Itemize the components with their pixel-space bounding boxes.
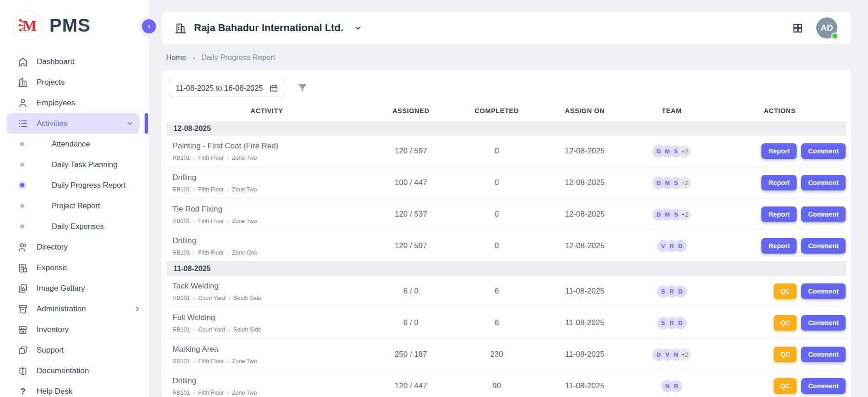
team-member-avatar[interactable]: D (674, 317, 687, 329)
path-segment: Fifth Floor (198, 155, 224, 161)
comment-button[interactable]: Comment (801, 347, 846, 362)
assigned-value: 120 / 597 (367, 241, 454, 250)
filter-button[interactable] (297, 82, 308, 93)
column-header-assigned: ASSIGNED (367, 107, 454, 114)
activity-path: RB101›Fifth Floor›Zone Two (173, 186, 367, 193)
path-segment: RB101 (173, 295, 190, 301)
person-icon (17, 98, 28, 109)
archive-box-icon (17, 304, 28, 315)
comment-button[interactable]: Comment (801, 315, 846, 331)
calendar-icon (269, 83, 279, 93)
team-member-avatar[interactable]: R (670, 380, 682, 392)
apps-grid-button[interactable] (792, 22, 803, 34)
sidebar-item-help-desk[interactable]: ? Help Desk (0, 381, 149, 397)
bullet-dot-icon (20, 224, 24, 228)
activity-path: RB101›Fifth Floor›Zone Two (173, 390, 367, 396)
activity-title: Drilling (173, 236, 367, 245)
sidebar-item-employees[interactable]: Employees (0, 92, 149, 113)
comment-button[interactable]: Comment (801, 175, 846, 190)
report-card: 11-08-2025 to 16-08-2025 ACTIVITY ASSIGN… (162, 70, 851, 397)
chevron-down-icon (354, 24, 362, 32)
topbar-right: AD (792, 17, 837, 38)
team-overflow-badge[interactable]: +2 (679, 145, 691, 158)
sidebar-item-directory[interactable]: Directory (0, 237, 149, 257)
sidebar-subitem-project-report[interactable]: Project Report (0, 196, 149, 216)
app: M PMS Dashboard Projects Employees Activ… (0, 0, 868, 397)
chevron-right-icon: › (193, 54, 195, 61)
team-avatars: NR (631, 380, 713, 392)
sidebar-nav: Dashboard Projects Employees Activities … (0, 51, 149, 397)
sidebar-subitem-attendance[interactable]: Attendance (0, 134, 149, 154)
qc-button[interactable]: QC (774, 283, 797, 299)
comment-button[interactable]: Comment (801, 378, 846, 394)
report-button[interactable]: Report (761, 207, 797, 222)
top-header-bar: Raja Bahadur International Ltd. AD (162, 12, 851, 44)
sidebar-item-image-gallery[interactable]: Image Gallary (0, 278, 149, 299)
sidebar-item-inventory[interactable]: Inventory (0, 319, 149, 340)
team-member-avatar[interactable]: D (674, 285, 687, 298)
assign-on-value: 11-08-2025 (539, 287, 631, 296)
path-segment: Court Yard (198, 295, 225, 301)
assigned-value: 120 / 597 (367, 147, 454, 156)
path-segment: Zone Two (232, 358, 257, 364)
sidebar-subitem-daily-task-planning[interactable]: Daily Task Planning (0, 154, 149, 175)
path-segment: RB101 (173, 250, 190, 256)
building-icon (17, 77, 28, 88)
qc-button[interactable]: QC (774, 347, 797, 362)
completed-value: 0 (454, 241, 539, 250)
completed-value: 90 (454, 381, 539, 391)
row-actions: QCComment (713, 283, 846, 299)
receipt-icon (17, 262, 28, 273)
activity-path: RB101›Fifth Floor›Zone Two (173, 155, 367, 161)
breadcrumb-home-link[interactable]: Home (166, 53, 186, 62)
sidebar-item-dashboard[interactable]: Dashboard (0, 51, 149, 72)
sidebar-item-label: Image Gallary (37, 284, 85, 293)
team-overflow-badge[interactable]: +2 (679, 208, 691, 221)
report-button[interactable]: Report (761, 143, 797, 159)
comment-button[interactable]: Comment (801, 238, 846, 254)
bullet-dot-icon (20, 142, 24, 146)
row-actions: ReportComment (713, 175, 846, 190)
company-selector[interactable]: Raja Bahadur International Ltd. (174, 22, 362, 34)
sidebar-subitem-daily-expenses[interactable]: Daily Expenses (0, 216, 149, 237)
sidebar-item-administration[interactable]: Administration (0, 299, 149, 319)
sidebar-subitem-daily-progress-report[interactable]: Daily Progress Report (0, 175, 149, 196)
report-button[interactable]: Report (761, 238, 797, 254)
activity-cell: Drilling RB101›Fifth Floor›Zone Two (166, 376, 367, 396)
sidebar-item-support[interactable]: Support (0, 340, 149, 360)
team-avatars: DVN+2 (631, 348, 713, 361)
report-button[interactable]: Report (761, 175, 797, 190)
user-avatar[interactable]: AD (816, 17, 837, 38)
sidebar-subitem-label: Daily Task Planning (52, 160, 118, 169)
team-overflow-badge[interactable]: +2 (679, 177, 691, 189)
sidebar: M PMS Dashboard Projects Employees Activ… (0, 0, 149, 397)
comment-button[interactable]: Comment (801, 283, 846, 299)
path-segment: RB101 (173, 218, 190, 224)
sidebar-item-documentation[interactable]: Documentation (0, 360, 149, 381)
team-avatars: DMS+2 (631, 145, 713, 158)
team-overflow-badge[interactable]: +2 (679, 348, 691, 361)
path-chevron-icon: › (228, 295, 230, 301)
path-chevron-icon: › (193, 359, 195, 364)
assign-on-value: 11-08-2025 (539, 318, 631, 327)
qc-button[interactable]: QC (774, 378, 797, 394)
comment-button[interactable]: Comment (801, 143, 846, 159)
date-range-input[interactable]: 11-08-2025 to 16-08-2025 (169, 79, 284, 97)
sidebar-collapse-button[interactable] (142, 19, 156, 33)
people-icon (17, 242, 28, 253)
qc-button[interactable]: QC (774, 315, 797, 331)
team-member-avatar[interactable]: D (674, 240, 687, 252)
comment-button[interactable]: Comment (801, 207, 846, 222)
activity-title: Drilling (173, 173, 367, 182)
sidebar-item-activities[interactable]: Activities (7, 113, 140, 134)
sidebar-item-label: Expense (37, 263, 67, 272)
sidebar-item-label: Dashboard (37, 57, 75, 66)
row-actions: ReportComment (713, 238, 846, 254)
table-row: Marking Area RB101›Fifth Floor›Zone Two … (166, 339, 846, 370)
activity-path: RB101›Fifth Floor›Zone One (173, 250, 367, 256)
sidebar-item-expense[interactable]: Expense (0, 257, 149, 278)
path-chevron-icon: › (228, 327, 230, 332)
activity-cell: Drilling RB101›Fifth Floor›Zone One (166, 236, 367, 256)
column-header-actions: ACTIONS (713, 107, 846, 114)
sidebar-item-projects[interactable]: Projects (0, 72, 149, 92)
